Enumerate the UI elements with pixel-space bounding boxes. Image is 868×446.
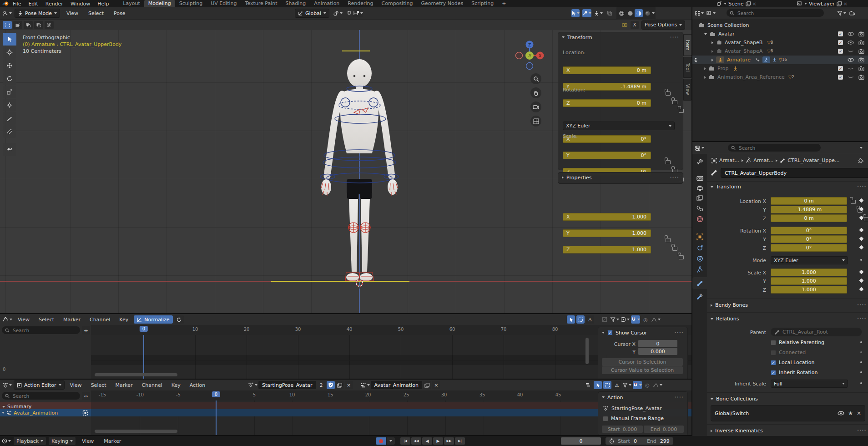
tool-annotate[interactable] xyxy=(3,112,16,125)
camera-restrict-icon[interactable] xyxy=(858,49,864,54)
editor-type-button[interactable] xyxy=(2,9,12,17)
keyframe-icon[interactable] xyxy=(859,228,864,233)
rotation-y-field[interactable]: 0° xyxy=(771,235,847,243)
pivot-point-dropdown[interactable] xyxy=(333,9,343,17)
channel-action-track[interactable]: Avatar_Animation xyxy=(0,409,91,416)
mirror-butterfly-icon[interactable] xyxy=(621,22,628,28)
cursor-y-field[interactable]: 0.000 xyxy=(638,348,677,355)
graph-snap-dropdown[interactable] xyxy=(631,315,640,324)
tool-pose-breakdowner[interactable] xyxy=(3,143,16,156)
breadcrumb-data[interactable]: Armat... xyxy=(753,157,773,163)
transform-panel-header[interactable]: Transform •••• xyxy=(558,32,683,42)
new-stash-button[interactable] xyxy=(423,381,431,389)
camera-restrict-icon[interactable] xyxy=(858,40,864,45)
dope-editor-type-button[interactable] xyxy=(2,381,12,389)
playback-dropdown[interactable]: Playback xyxy=(14,437,46,445)
auto-keying-toggle[interactable] xyxy=(376,437,386,445)
panel-grip-icon[interactable]: •••• xyxy=(670,35,679,39)
action-panel-name-row[interactable]: StartingPose_Avatar xyxy=(603,405,662,411)
outliner-row-avatar[interactable]: Avatar ✓ xyxy=(692,30,868,38)
jump-to-end-button[interactable]: ▶| xyxy=(455,437,465,445)
select-mode-intersect-button[interactable] xyxy=(45,21,54,29)
properties-search[interactable] xyxy=(728,144,821,152)
tab-object-data-icon[interactable] xyxy=(696,266,703,273)
graph-menu-view[interactable]: View xyxy=(14,317,33,323)
scale-x-field[interactable]: X1.000 xyxy=(563,213,651,221)
tool-cursor[interactable] xyxy=(3,46,16,59)
cursor-to-selection-button[interactable]: Cursor to Selection xyxy=(602,358,683,366)
scale-x-field[interactable]: 1.000 xyxy=(771,269,847,276)
camera-view-button[interactable] xyxy=(530,101,541,112)
bone-collection-row[interactable]: Global/Switch ★ × xyxy=(711,405,865,421)
perspective-toggle-button[interactable] xyxy=(530,116,541,127)
scene-dropdown-icon[interactable] xyxy=(724,3,727,5)
local-location-checkbox[interactable]: ✓ xyxy=(771,360,776,365)
pin-id-icon[interactable] xyxy=(858,157,864,163)
panel-grip-icon[interactable]: •••• xyxy=(857,185,867,188)
tab-world-icon[interactable] xyxy=(696,216,703,223)
lock-icon[interactable] xyxy=(851,200,856,204)
scale-y-field[interactable]: Y1.000 xyxy=(563,229,651,237)
remove-icon[interactable]: × xyxy=(857,410,861,416)
workspace-tab-rendering[interactable]: Rendering xyxy=(343,0,377,7)
sidebar-tab-item[interactable]: Item xyxy=(683,34,691,56)
workspace-tab-layout[interactable]: Layout xyxy=(119,0,144,7)
keyframe-icon[interactable] xyxy=(859,237,864,241)
eye-icon[interactable] xyxy=(848,32,854,36)
character-figure[interactable] xyxy=(246,43,473,298)
menu-help[interactable]: Help xyxy=(94,1,112,7)
tab-constraints-icon[interactable] xyxy=(696,255,703,262)
channel-expand-icon[interactable] xyxy=(2,412,5,414)
selectability-visibility-dropdown[interactable] xyxy=(571,9,580,17)
camera-restrict-icon[interactable] xyxy=(858,57,864,62)
new-action-button[interactable] xyxy=(336,381,344,389)
graph-menu-marker[interactable]: Marker xyxy=(60,317,84,323)
location-x-field[interactable]: X0 m xyxy=(563,66,651,74)
cursor-x-field[interactable]: 0 xyxy=(638,340,677,347)
tab-view-layer-icon[interactable] xyxy=(696,195,703,201)
expand-icon[interactable] xyxy=(712,41,713,44)
outliner-row-prop[interactable]: Prop ✓ xyxy=(692,64,868,73)
camera-restrict-icon[interactable] xyxy=(858,31,864,36)
frame-range-start-field[interactable]: Start0.000 xyxy=(602,426,643,433)
blender-logo-icon[interactable] xyxy=(2,1,9,6)
stash-name-field[interactable]: Avatar_Animation xyxy=(371,381,422,389)
tool-measure[interactable] xyxy=(3,125,16,138)
shading-solid-button[interactable] xyxy=(626,9,634,17)
workspace-tab-geometry-nodes[interactable]: Geometry Nodes xyxy=(417,0,467,7)
mode-dropdown[interactable]: Pose Mode xyxy=(15,9,60,18)
overlays-dropdown[interactable] xyxy=(594,9,603,17)
bendy-bones-panel-header[interactable]: Bendy Bones xyxy=(711,302,748,308)
relative-parenting-checkbox[interactable] xyxy=(771,340,776,345)
menu-edit[interactable]: Edit xyxy=(25,1,41,7)
shading-material-button[interactable] xyxy=(635,9,643,17)
navigation-gizmo[interactable]: Z X -Y xyxy=(513,39,546,72)
rotation-z-field[interactable]: 0° xyxy=(771,244,847,252)
select-mode-subtract-button[interactable] xyxy=(24,21,33,29)
lock-icon[interactable] xyxy=(666,160,671,164)
tab-render-icon[interactable] xyxy=(696,175,703,181)
workspace-tab-uv-editing[interactable]: UV Editing xyxy=(207,0,241,7)
dope-menu-view[interactable]: View xyxy=(66,382,86,388)
connected-checkbox[interactable] xyxy=(771,350,776,355)
menu-render[interactable]: Render xyxy=(42,1,67,7)
location-z-field[interactable]: Z0 m xyxy=(563,99,651,107)
snap-settings-dropdown[interactable] xyxy=(353,9,363,17)
graph-ghost-curves-button[interactable] xyxy=(601,315,609,324)
exclude-checkbox[interactable]: ✓ xyxy=(838,49,843,54)
play-button[interactable]: ▶ xyxy=(433,437,443,445)
rotation-y-field[interactable]: Y0° xyxy=(563,152,651,159)
inherit-rotation-checkbox[interactable]: ✓ xyxy=(771,370,776,375)
frame-range-end-field[interactable]: End0.000 xyxy=(644,426,684,433)
sidebar-tab-tool[interactable]: Tool xyxy=(683,57,691,78)
menu-select[interactable]: Select xyxy=(85,10,107,16)
menu-file[interactable]: File xyxy=(9,1,25,7)
sidebar-tab-view[interactable]: View xyxy=(683,79,691,101)
dope-layered-icon[interactable] xyxy=(584,381,592,389)
graph-current-frame-badge[interactable]: 0 xyxy=(140,326,148,332)
workspace-tab-compositing[interactable]: Compositing xyxy=(378,0,417,7)
menu-window[interactable]: Window xyxy=(67,1,94,7)
animate-dot-icon[interactable] xyxy=(860,361,862,363)
action-name-field[interactable]: StartingPose_Avatar xyxy=(258,381,316,389)
scene-icon[interactable] xyxy=(717,1,722,6)
